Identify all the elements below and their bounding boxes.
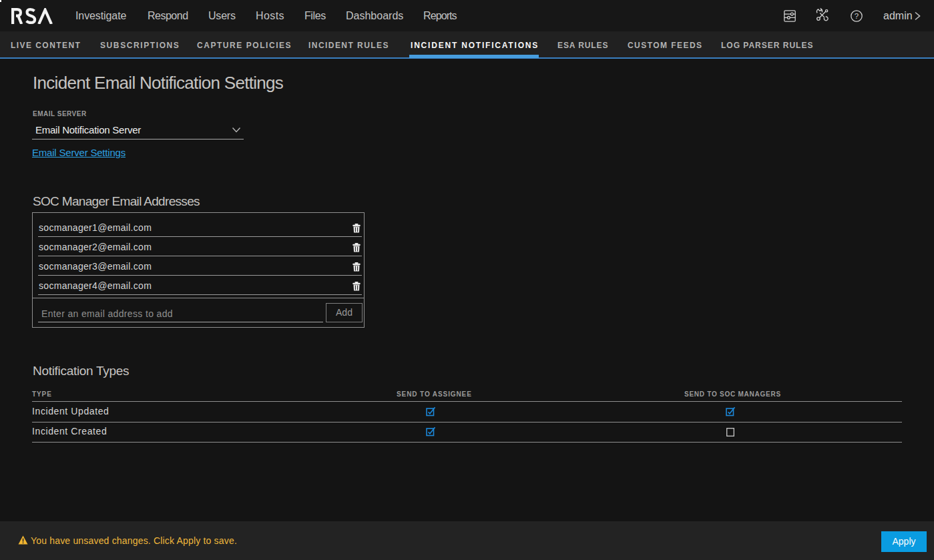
svg-text:?: ? <box>855 12 859 20</box>
